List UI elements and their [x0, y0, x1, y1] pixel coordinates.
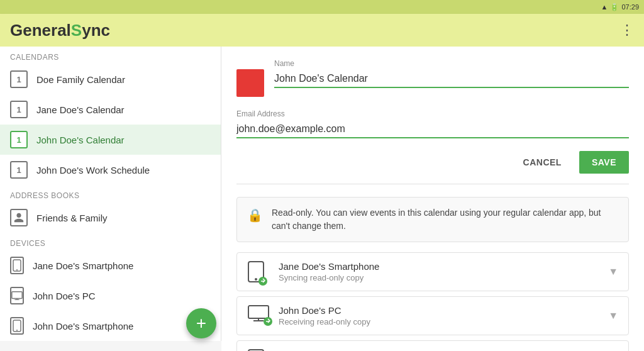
- sidebar-label-jane-doe: Jane Doe's Calendar: [36, 104, 125, 115]
- svg-point-4: [16, 330, 18, 331]
- device-info-john-pc: John Doe's PC Receiving read-only copy: [279, 305, 599, 326]
- readonly-notice: 🔒 Read-only. You can view events in this…: [236, 197, 629, 242]
- device-pc-icon-john: [247, 304, 270, 327]
- email-input[interactable]: [236, 121, 629, 138]
- sidebar: Calendars 1 Doe Family Calendar 1 Jane D…: [0, 47, 221, 341]
- calendar-icon-doe-family: 1: [10, 70, 28, 88]
- app-name: GeneralSync: [10, 21, 110, 40]
- svg-rect-2: [12, 292, 22, 299]
- device-icon-john-smartphone: [10, 317, 24, 335]
- calendar-icon-jane-doe: 1: [10, 101, 28, 118]
- readonly-text: Read-only. You can view events in this c…: [272, 206, 618, 233]
- devices-section-label: Devices: [0, 233, 221, 250]
- name-field: Name: [274, 59, 629, 88]
- wifi-icon: ▲: [601, 3, 608, 11]
- device-sync-item-jane-smartphone[interactable]: Jane Doe's Smartphone Syncing read-only …: [236, 252, 629, 291]
- name-input[interactable]: [274, 70, 629, 88]
- overflow-menu-button[interactable]: ⋮: [620, 22, 634, 38]
- name-label: Name: [274, 59, 629, 68]
- sidebar-label-john-doe: John Doe's Calendar: [36, 135, 125, 145]
- sidebar-label-friends-family: Friends & Family: [36, 213, 108, 223]
- content-area: Name Email Address CANCEL SAVE 🔒 Read-on…: [221, 47, 644, 351]
- main-layout: Calendars 1 Doe Family Calendar 1 Jane D…: [0, 47, 644, 351]
- sidebar-label-john-pc: John Doe's PC: [33, 291, 96, 301]
- device-name-jane: Jane Doe's Smartphone: [279, 261, 599, 272]
- cancel-button[interactable]: CANCEL: [513, 151, 572, 174]
- add-icon: +: [196, 313, 206, 333]
- clock: 07:29: [621, 3, 639, 11]
- status-bar: ▲ 🔋 07:29: [0, 0, 644, 14]
- device-icon-john-pc: [10, 287, 24, 304]
- sidebar-item-doe-family[interactable]: 1 Doe Family Calendar: [0, 64, 221, 94]
- device-info-jane: Jane Doe's Smartphone Syncing read-only …: [279, 261, 599, 282]
- device-phone-icon-john: [247, 348, 270, 351]
- battery-icon: 🔋: [610, 3, 619, 11]
- sidebar-item-john-work[interactable]: 1 John Doe's Work Schedule: [0, 155, 221, 185]
- person-icon-friends-family: [10, 209, 28, 226]
- color-swatch[interactable]: [236, 69, 264, 97]
- sidebar-item-john-doe[interactable]: 1 John Doe's Calendar: [0, 125, 221, 155]
- chevron-down-icon-john-pc: ▼: [608, 310, 618, 321]
- address-books-section-label: Address books: [0, 185, 221, 203]
- sidebar-item-friends-family[interactable]: Friends & Family: [0, 203, 221, 233]
- sidebar-item-john-pc[interactable]: John Doe's PC: [0, 281, 221, 311]
- device-icon-jane-smartphone: [10, 257, 24, 274]
- sidebar-label-doe-family: Doe Family Calendar: [36, 74, 125, 85]
- add-fab-button[interactable]: +: [186, 308, 216, 338]
- svg-rect-7: [248, 306, 269, 318]
- svg-point-1: [16, 269, 18, 270]
- save-button[interactable]: SAVE: [579, 151, 629, 174]
- sidebar-item-jane-smartphone[interactable]: Jane Doe's Smartphone: [0, 250, 221, 281]
- email-form-row: Email Address: [236, 109, 629, 138]
- svg-point-6: [255, 278, 257, 281]
- device-name-john-pc: John Doe's PC: [279, 305, 599, 316]
- action-row: CANCEL SAVE: [236, 151, 629, 184]
- email-label: Email Address: [236, 109, 629, 118]
- device-phone-icon-jane: [247, 260, 270, 283]
- device-status-jane: Syncing read-only copy: [279, 273, 599, 282]
- chevron-down-icon-jane: ▼: [608, 266, 618, 277]
- sidebar-label-john-smartphone: John Doe's Smartphone: [33, 321, 133, 332]
- sidebar-label-jane-smartphone: Jane Doe's Smartphone: [33, 260, 133, 271]
- calendar-icon-john-work: 1: [10, 161, 28, 179]
- sync-letter: S: [71, 21, 82, 40]
- lock-icon: 🔒: [247, 208, 263, 223]
- status-icons: ▲ 🔋 07:29: [601, 3, 639, 11]
- sidebar-item-jane-doe[interactable]: 1 Jane Doe's Calendar: [0, 94, 221, 125]
- calendar-icon-john-doe: 1: [10, 131, 28, 148]
- device-sync-item-john-smartphone[interactable]: John Doe's Smartphone Receiving read-onl…: [236, 340, 629, 351]
- name-form-row: Name: [236, 59, 629, 97]
- app-bar: GeneralSync ⋮: [0, 14, 644, 47]
- sidebar-label-john-work: John Doe's Work Schedule: [36, 165, 150, 176]
- sidebar-wrapper: Calendars 1 Doe Family Calendar 1 Jane D…: [0, 47, 221, 351]
- calendars-section-label: Calendars: [0, 47, 221, 64]
- device-status-john-pc: Receiving read-only copy: [279, 317, 599, 326]
- device-sync-item-john-pc[interactable]: John Doe's PC Receiving read-only copy ▼: [236, 296, 629, 335]
- app-logo: GeneralSync: [10, 21, 110, 40]
